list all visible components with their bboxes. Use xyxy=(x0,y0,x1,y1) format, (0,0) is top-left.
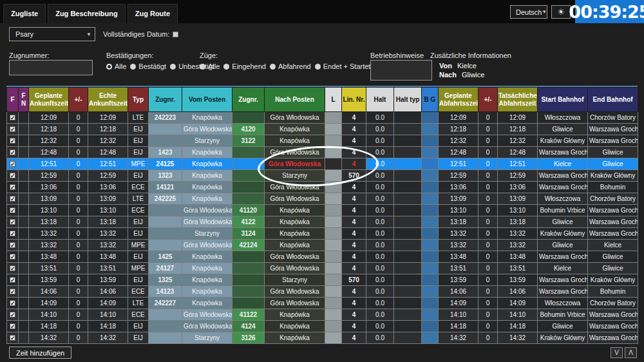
cell-end[interactable]: Warszawa Grochów xyxy=(588,135,638,147)
cell-gepl_ank[interactable]: 12:18 xyxy=(29,124,69,135)
cell-halt[interactable]: 0.0 xyxy=(366,124,394,135)
cell-vom[interactable]: Knapówka xyxy=(182,263,232,274)
cell-tats_abf[interactable]: 12:59 xyxy=(498,170,538,182)
cell-lin[interactable]: 4 xyxy=(342,193,366,205)
cell-zugnr2[interactable] xyxy=(232,158,265,170)
cell-start[interactable]: Kielce xyxy=(538,158,588,170)
cell-l[interactable] xyxy=(325,309,342,321)
cell-f[interactable]: ✓ xyxy=(7,124,19,135)
cell-echte_ank[interactable]: 12:51 xyxy=(88,158,128,170)
cell-gepl_ank[interactable]: 13:59 xyxy=(29,274,69,286)
bestaetigungen-option-alle[interactable]: Alle xyxy=(106,62,126,70)
table-row[interactable]: ✓12:32012:32EIJStarzyny3122Knapówka40.01… xyxy=(7,135,638,147)
cell-halt_typ[interactable] xyxy=(394,205,422,216)
cell-gepl_ank[interactable]: 14:06 xyxy=(29,286,69,298)
cell-halt[interactable]: 0.0 xyxy=(366,182,394,193)
cell-echte_ank[interactable]: 12:18 xyxy=(88,124,128,135)
cell-tats_abf[interactable]: 12:32 xyxy=(498,135,538,147)
row-checkbox[interactable]: ✓ xyxy=(10,242,15,248)
column-header-vom[interactable]: Vom Posten xyxy=(182,88,232,112)
cell-lin[interactable]: 4 xyxy=(342,286,366,298)
cell-nach[interactable]: Knapówka xyxy=(265,205,325,216)
cell-typ[interactable]: EIJ xyxy=(128,321,149,332)
cell-vom[interactable]: Knapówka xyxy=(182,251,232,263)
cell-gepl_abf[interactable]: 13:09 xyxy=(439,193,478,205)
cell-end[interactable]: Warszawa Grochów xyxy=(588,321,638,332)
cell-start[interactable]: Włoszczowa xyxy=(538,112,588,124)
cell-pm1[interactable]: 0 xyxy=(69,193,88,205)
cell-start[interactable]: Warszawa Grochów xyxy=(538,147,588,158)
cell-halt[interactable]: 0.0 xyxy=(366,251,394,263)
cell-halt[interactable]: 0.0 xyxy=(366,193,394,205)
cell-echte_ank[interactable]: 14:18 xyxy=(88,321,128,332)
cell-halt_typ[interactable] xyxy=(394,332,422,344)
cell-nach[interactable]: Góra Włodowska xyxy=(265,158,325,170)
cell-pm2[interactable]: 0 xyxy=(478,309,498,321)
cell-tats_abf[interactable]: 12:48 xyxy=(498,147,538,158)
cell-pm1[interactable]: 0 xyxy=(69,228,88,240)
cell-gepl_abf[interactable]: 13:59 xyxy=(439,274,478,286)
station-select[interactable]: Psary ▼ xyxy=(9,27,95,41)
cell-echte_ank[interactable]: 12:59 xyxy=(88,170,128,182)
zuege-option-abfahrend[interactable]: Abfahrend xyxy=(270,62,311,70)
cell-echte_ank[interactable]: 13:51 xyxy=(88,263,128,274)
cell-gepl_ank[interactable]: 13:09 xyxy=(29,193,69,205)
cell-zugnr1[interactable]: 14123 xyxy=(149,286,182,298)
cell-f[interactable]: ✓ xyxy=(7,147,19,158)
cell-lin[interactable]: 4 xyxy=(342,228,366,240)
cell-typ[interactable]: EIJ xyxy=(128,124,149,135)
cell-zugnr2[interactable]: 3124 xyxy=(232,228,265,240)
column-header-typ[interactable]: Typ xyxy=(128,88,149,112)
cell-bg[interactable] xyxy=(422,251,439,263)
cell-zugnr1[interactable]: 1425 xyxy=(149,251,182,263)
cell-nach[interactable]: Knapówka xyxy=(265,240,325,251)
cell-zugnr1[interactable] xyxy=(149,240,182,251)
cell-gepl_abf[interactable]: 14:10 xyxy=(439,309,478,321)
cell-halt[interactable]: 0.0 xyxy=(366,135,394,147)
cell-fn[interactable] xyxy=(19,321,29,332)
row-checkbox[interactable]: ✓ xyxy=(10,173,15,178)
cell-typ[interactable]: LTE xyxy=(128,298,149,309)
cell-typ[interactable]: EIJ xyxy=(128,135,149,147)
cell-nach[interactable]: Góra Włodowska xyxy=(265,251,325,263)
table-row[interactable]: ✓12:59012:59EIJ1323KnapówkaStarzyny5700.… xyxy=(7,170,638,182)
cell-lin[interactable]: 4 xyxy=(342,298,366,309)
cell-f[interactable]: ✓ xyxy=(7,263,19,274)
cell-vom[interactable]: Knapówka xyxy=(182,298,232,309)
cell-start[interactable]: Kraków Główny xyxy=(538,228,588,240)
cell-pm1[interactable]: 0 xyxy=(69,332,88,344)
cell-lin[interactable]: 4 xyxy=(342,147,366,158)
cell-pm1[interactable]: 0 xyxy=(69,309,88,321)
scroll-up-button[interactable]: Λ xyxy=(625,347,637,358)
row-checkbox[interactable]: ✓ xyxy=(10,161,15,167)
cell-echte_ank[interactable]: 12:09 xyxy=(88,112,128,124)
cell-end[interactable]: Bohumin xyxy=(588,286,638,298)
cell-start[interactable]: Kraków Główny xyxy=(538,332,588,344)
cell-fn[interactable] xyxy=(19,298,29,309)
cell-start[interactable]: Bohumin Vrbice xyxy=(538,205,588,216)
cell-end[interactable]: Gliwice xyxy=(588,158,638,170)
cell-halt_typ[interactable] xyxy=(394,135,422,147)
cell-end[interactable]: Kraków Główny xyxy=(588,170,638,182)
table-row[interactable]: ✓13:09013:09LTE242225KnapówkaGóra Włodow… xyxy=(7,193,638,205)
cell-f[interactable]: ✓ xyxy=(7,332,19,344)
cell-end[interactable]: Kielce xyxy=(588,240,638,251)
cell-bg[interactable] xyxy=(422,205,439,216)
cell-zugnr1[interactable] xyxy=(149,124,182,135)
cell-end[interactable]: Chorzów Batory xyxy=(588,298,638,309)
full-date-checkbox[interactable] xyxy=(173,32,178,37)
table-row[interactable]: ✓12:09012:09LTE242223KnapówkaGóra Włodow… xyxy=(7,112,638,124)
cell-vom[interactable]: Góra Włodowska xyxy=(182,321,232,332)
cell-tats_abf[interactable]: 14:06 xyxy=(498,286,538,298)
row-checkbox[interactable]: ✓ xyxy=(10,300,15,306)
row-checkbox[interactable]: ✓ xyxy=(10,138,15,144)
tab-zug-beschreibung[interactable]: Zug Beschreibung xyxy=(48,4,126,23)
cell-fn[interactable] xyxy=(19,147,29,158)
cell-fn[interactable] xyxy=(19,274,29,286)
cell-vom[interactable]: Góra Włodowska xyxy=(182,309,232,321)
tab-zug-route[interactable]: Zug Route xyxy=(128,4,178,23)
cell-lin[interactable]: 4 xyxy=(342,240,366,251)
cell-zugnr1[interactable]: 14121 xyxy=(149,182,182,193)
column-header-bg[interactable]: B G xyxy=(422,88,439,112)
cell-halt[interactable]: 0.0 xyxy=(366,147,394,158)
